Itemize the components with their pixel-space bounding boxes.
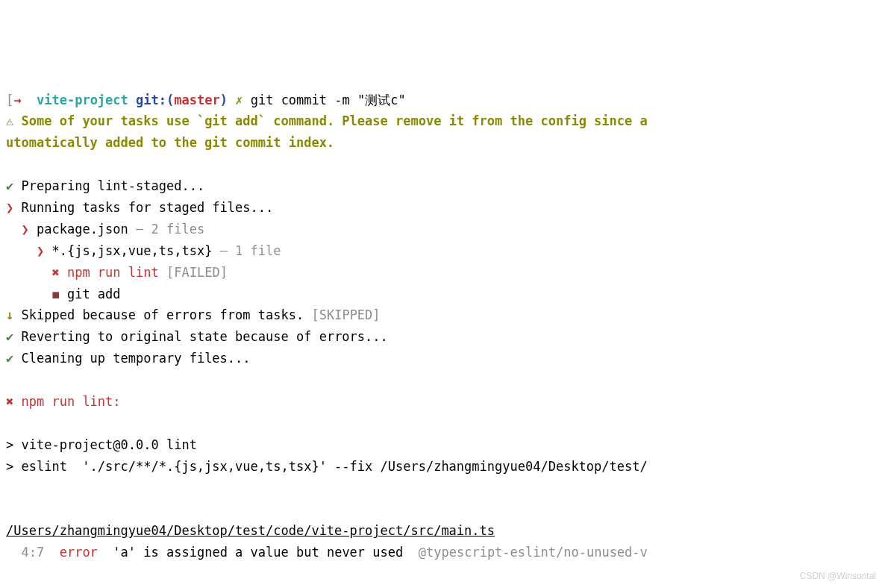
error-level: error: [60, 545, 98, 560]
prompt-dirty-icon: ✗: [235, 93, 243, 107]
down-arrow-icon: ↓: [6, 307, 13, 322]
check-icon: ✔: [6, 178, 13, 193]
prompt-paren-close: ): [220, 93, 228, 107]
prompt-branch: master: [174, 93, 219, 107]
prompt-paren-open: (: [166, 93, 174, 107]
step-clean: Cleaning up temporary files...: [22, 351, 251, 366]
watermark: CSDN @Winsontal: [800, 569, 876, 584]
step-revert: Reverting to original state because of e…: [22, 329, 388, 344]
script-line-2: > eslint './src/**/*.{js,jsx,vue,ts,tsx}…: [6, 459, 648, 474]
error-rule: @typescript-eslint/no-unused-v: [419, 545, 648, 560]
step-glob: *.{js,jsx,vue,ts,tsx}: [51, 243, 212, 258]
step-lint: npm run lint: [67, 265, 159, 280]
warning-line-1: Some of your tasks use `git add` command…: [22, 113, 648, 128]
step-package-suffix: — 2 files: [128, 222, 204, 237]
stop-icon: ◼: [51, 287, 59, 301]
check-icon: ✔: [6, 329, 13, 344]
error-file-path: /Users/zhangmingyue04/Desktop/test/code/…: [6, 523, 495, 538]
x-icon: ✖: [51, 265, 59, 280]
step-skipped: Skipped because of errors from tasks.: [22, 307, 304, 322]
arrow-icon: ❯: [21, 222, 28, 237]
warning-icon: ⚠: [6, 113, 13, 128]
error-message: 'a' is assigned a value but never used: [113, 545, 403, 560]
prompt-arrow-icon: →: [13, 93, 21, 107]
warning-line-2: utomatically added to the git commit ind…: [6, 135, 334, 150]
prompt-git-label: git:: [136, 93, 166, 107]
error-pos: 4:7: [6, 545, 44, 560]
command-text: git commit -m "测试c": [251, 93, 406, 107]
step-glob-suffix: — 1 file: [212, 243, 281, 258]
step-lint-status: [FAILED]: [166, 265, 228, 280]
x-icon: ✖: [6, 394, 13, 409]
step-package: package.json: [37, 222, 128, 237]
step-skipped-status: [SKIPPED]: [311, 307, 380, 322]
step-preparing: Preparing lint-staged...: [22, 178, 205, 193]
script-line-1: > vite-project@0.0.0 lint: [6, 437, 197, 452]
step-gitadd: git add: [67, 287, 121, 301]
prompt-project: vite-project: [37, 93, 128, 107]
check-icon: ✔: [6, 351, 13, 366]
fail-header: npm run lint:: [22, 394, 121, 409]
step-running: Running tasks for staged files...: [22, 200, 274, 215]
arrow-icon: ❯: [6, 200, 13, 215]
terminal-output: [→ vite-project git:(master) ✗ git commi…: [6, 90, 876, 588]
prompt-bracket: [: [6, 93, 13, 107]
arrow-icon: ❯: [37, 243, 44, 258]
